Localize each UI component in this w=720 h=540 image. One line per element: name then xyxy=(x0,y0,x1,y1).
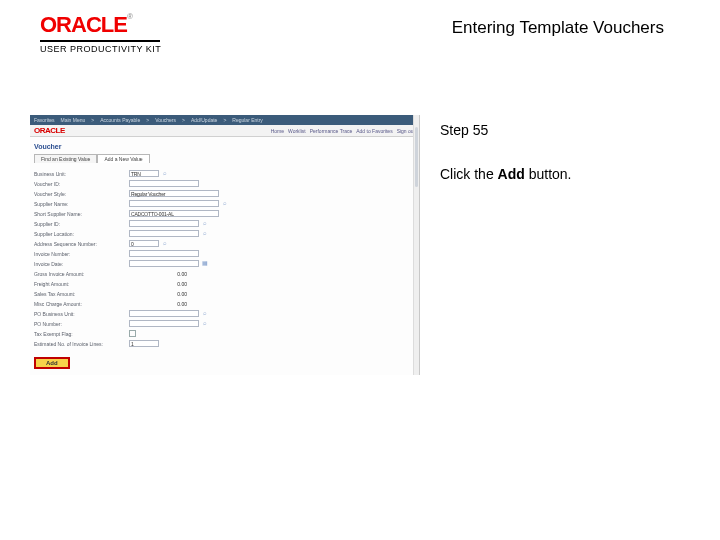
nav-item[interactable]: Regular Entry xyxy=(232,117,263,123)
lookup-icon[interactable]: ⌕ xyxy=(201,310,208,317)
checkbox-tax-exempt[interactable] xyxy=(129,330,136,337)
lookup-icon[interactable]: ⌕ xyxy=(161,170,168,177)
input-supplier-location[interactable] xyxy=(129,230,199,237)
nav-item[interactable]: Add/Update xyxy=(191,117,217,123)
lookup-icon[interactable]: ⌕ xyxy=(201,230,208,237)
header-link[interactable]: Home xyxy=(271,128,284,134)
trademark: ® xyxy=(127,12,133,21)
input-business-unit[interactable]: TRN xyxy=(129,170,159,177)
input-invoice-number[interactable] xyxy=(129,250,199,257)
page-header: ORACLE® USER PRODUCTIVITY KIT Entering T… xyxy=(40,12,700,58)
nav-item[interactable]: Accounts Payable xyxy=(100,117,140,123)
label-business-unit: Business Unit: xyxy=(34,171,129,177)
header-link[interactable]: Performance Trace xyxy=(310,128,353,134)
input-misc-charge[interactable]: 0.00 xyxy=(129,301,189,307)
nav-item[interactable]: Favorites xyxy=(34,117,55,123)
label-supplier-id: Supplier ID: xyxy=(34,221,129,227)
input-short-supplier-name[interactable]: CADCOTTO-001-AL xyxy=(129,210,219,217)
label-gross-amt: Gross Invoice Amount: xyxy=(34,271,129,277)
instruction-post: button. xyxy=(525,166,572,182)
lookup-icon[interactable]: ⌕ xyxy=(161,240,168,247)
app-breadcrumb: Favorites Main Menu > Accounts Payable >… xyxy=(30,115,419,125)
label-invoice-date: Invoice Date: xyxy=(34,261,129,267)
label-misc-charge: Misc Charge Amount: xyxy=(34,301,129,307)
content-area: Favorites Main Menu > Accounts Payable >… xyxy=(30,115,690,415)
nav-item[interactable]: Main Menu xyxy=(61,117,86,123)
calendar-icon[interactable]: ▦ xyxy=(201,260,208,267)
instruction-text: Click the Add button. xyxy=(440,163,678,185)
scrollbar-vertical[interactable] xyxy=(413,115,419,375)
input-sales-tax[interactable]: 0.00 xyxy=(129,291,189,297)
oracle-logo: ORACLE xyxy=(40,12,127,37)
select-voucher-style[interactable]: Regular Voucher xyxy=(129,190,219,197)
instruction-bold: Add xyxy=(498,166,525,182)
lookup-icon[interactable]: ⌕ xyxy=(201,220,208,227)
tab-add-new[interactable]: Add a New Value xyxy=(97,154,149,163)
embedded-screenshot: Favorites Main Menu > Accounts Payable >… xyxy=(30,115,420,375)
input-po-bu[interactable] xyxy=(129,310,199,317)
tab-find-existing[interactable]: Find an Existing Value xyxy=(34,154,97,163)
label-po-number: PO Number: xyxy=(34,321,129,327)
input-supplier-name[interactable] xyxy=(129,200,219,207)
label-voucher-style: Voucher Style: xyxy=(34,191,129,197)
label-freight-amt: Freight Amount: xyxy=(34,281,129,287)
input-address-seq[interactable]: 0 xyxy=(129,240,159,247)
input-est-lines[interactable]: 1 xyxy=(129,340,159,347)
app-tabs: Find an Existing Value Add a New Value xyxy=(34,154,419,163)
product-name: USER PRODUCTIVITY KIT xyxy=(40,44,161,54)
header-link[interactable]: Add to Favorites xyxy=(356,128,392,134)
label-invoice-number: Invoice Number: xyxy=(34,251,129,257)
input-voucher-id[interactable] xyxy=(129,180,199,187)
scrollbar-thumb[interactable] xyxy=(415,127,418,187)
app-header-links: Home Worklist Performance Trace Add to F… xyxy=(271,128,415,134)
header-link[interactable]: Worklist xyxy=(288,128,306,134)
input-freight-amt[interactable]: 0.00 xyxy=(129,281,189,287)
label-tax-exempt: Tax Exempt Flag: xyxy=(34,331,129,337)
input-po-number[interactable] xyxy=(129,320,199,327)
instruction-panel: Step 55 Click the Add button. xyxy=(420,115,690,415)
label-po-bu: PO Business Unit: xyxy=(34,311,129,317)
add-button[interactable]: Add xyxy=(34,357,70,369)
instruction-pre: Click the xyxy=(440,166,498,182)
app-logo: ORACLE xyxy=(34,126,65,135)
input-supplier-id[interactable] xyxy=(129,220,199,227)
lookup-icon[interactable]: ⌕ xyxy=(201,320,208,327)
nav-item[interactable]: Vouchers xyxy=(155,117,176,123)
app-page-name: Voucher xyxy=(30,137,419,152)
logo-rule xyxy=(40,40,160,42)
lookup-icon[interactable]: ⌕ xyxy=(221,200,228,207)
label-short-supplier-name: Short Supplier Name: xyxy=(34,211,129,217)
input-invoice-date[interactable] xyxy=(129,260,199,267)
label-supplier-location: Supplier Location: xyxy=(34,231,129,237)
step-label: Step 55 xyxy=(440,119,678,141)
page-title: Entering Template Vouchers xyxy=(452,18,664,38)
brand-block: ORACLE® USER PRODUCTIVITY KIT xyxy=(40,12,161,54)
label-voucher-id: Voucher ID: xyxy=(34,181,129,187)
label-sales-tax: Sales Tax Amount: xyxy=(34,291,129,297)
peoplesoft-app: Favorites Main Menu > Accounts Payable >… xyxy=(30,115,419,375)
voucher-form: Business Unit:TRN⌕ Voucher ID: Voucher S… xyxy=(30,169,419,348)
label-est-lines: Estimated No. of Invoice Lines: xyxy=(34,341,129,347)
input-gross-amt[interactable]: 0.00 xyxy=(129,271,189,277)
label-supplier-name: Supplier Name: xyxy=(34,201,129,207)
label-address-seq: Address Sequence Number: xyxy=(34,241,129,247)
app-header-bar: ORACLE Home Worklist Performance Trace A… xyxy=(30,125,419,137)
